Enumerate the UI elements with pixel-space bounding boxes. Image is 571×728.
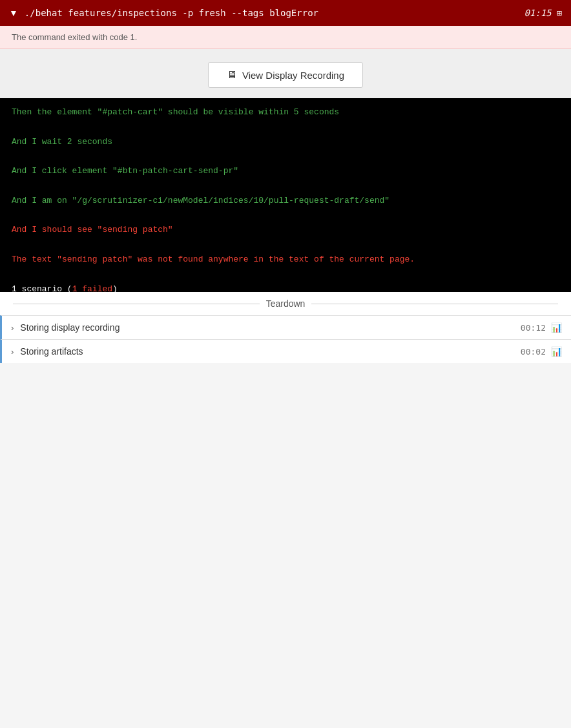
main-content: 🖥 View Display Recording Then the elemen… <box>0 49 571 292</box>
terminal-line <box>12 150 559 163</box>
terminal-container: Then the element "#patch-cart" should be… <box>0 98 571 292</box>
terminal-line: And I should see "sending patch" <box>12 224 559 237</box>
terminal-line <box>12 121 559 134</box>
chevron-right-icon: › <box>11 347 14 357</box>
terminal-line: 1 scenario (1 failed) <box>12 283 559 292</box>
chevron-down-icon[interactable]: ▼ <box>9 8 18 18</box>
chart-icon: 📊 <box>551 322 562 333</box>
header-left: ▼ ./behat features/inspections -p fresh … <box>9 8 318 18</box>
terminal-line <box>12 209 559 223</box>
error-text: The command exited with code 1. <box>12 32 137 42</box>
terminal-line: The text "sending patch" was not found a… <box>12 253 559 267</box>
teardown-item-storing-display[interactable]: › Storing display recording 00:12 📊 <box>0 315 571 339</box>
storing-display-time: 00:12 <box>521 323 546 333</box>
view-display-recording-button[interactable]: 🖥 View Display Recording <box>208 62 363 88</box>
chart-icon: 📊 <box>551 346 562 357</box>
terminal-line: Then the element "#patch-cart" should be… <box>12 106 559 120</box>
storing-display-label: Storing display recording <box>20 322 521 333</box>
terminal-line <box>12 238 559 252</box>
teardown-item-storing-artifacts[interactable]: › Storing artifacts 00:02 📊 <box>0 339 571 363</box>
recording-button-label: View Display Recording <box>242 70 344 81</box>
monitor-icon: 🖥 <box>227 69 237 81</box>
terminal-content[interactable]: Then the element "#patch-cart" should be… <box>0 98 571 292</box>
recording-area: 🖥 View Display Recording <box>0 49 571 98</box>
terminal-line <box>12 268 559 282</box>
terminal-line: And I am on "/g/scrutinizer-ci/newModel/… <box>12 194 559 208</box>
terminal-line: And I wait 2 seconds <box>12 136 559 149</box>
chevron-right-icon: › <box>11 323 14 333</box>
storing-artifacts-label: Storing artifacts <box>20 346 521 357</box>
header-title: ./behat features/inspections -p fresh --… <box>25 8 318 18</box>
teardown-header: Teardown <box>0 292 571 315</box>
monitor-icon: ⊞ <box>557 8 562 18</box>
teardown-label: Teardown <box>260 298 312 309</box>
error-banner: The command exited with code 1. <box>0 26 571 49</box>
header-bar: ▼ ./behat features/inspections -p fresh … <box>0 0 571 26</box>
terminal-line: And I click element "#btn-patch-cart-sen… <box>12 165 559 178</box>
teardown-section: Teardown › Storing display recording 00:… <box>0 292 571 363</box>
storing-artifacts-time: 00:02 <box>521 347 546 357</box>
header-time: 01:15 <box>524 8 551 18</box>
terminal-line <box>12 180 559 193</box>
header-right: 01:15 ⊞ <box>524 8 562 18</box>
